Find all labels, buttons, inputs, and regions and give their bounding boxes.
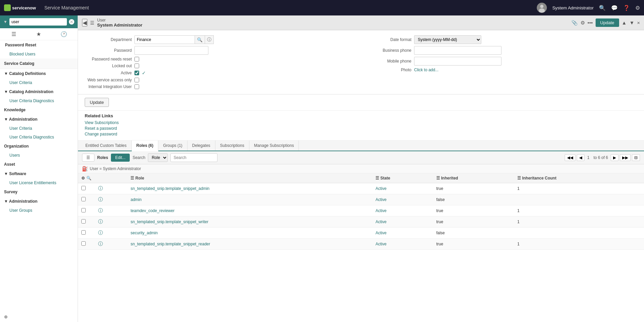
sidebar-tab-history[interactable]: 🕐: [53, 30, 75, 39]
form-settings-button[interactable]: ⚙: [580, 20, 585, 26]
edit-btn[interactable]: Edit...: [111, 154, 130, 162]
brand-logo[interactable]: servicenow: [4, 4, 41, 12]
tab-groups[interactable]: Groups (1): [158, 140, 187, 151]
sidebar-expand-administration-1[interactable]: ▼ Administration: [0, 115, 78, 124]
role-link-6[interactable]: sn_templated_snip.template_snippet_reade…: [130, 242, 210, 246]
sidebar-item-user-criteria-2[interactable]: User Criteria: [0, 124, 78, 133]
first-page-btn[interactable]: ◀◀: [565, 154, 575, 161]
table-search-col-btn[interactable]: 🔍: [86, 176, 91, 180]
web-service-checkbox[interactable]: [134, 78, 139, 82]
date-format-select[interactable]: System (yyyy-MM-dd): [414, 35, 481, 44]
sidebar-item-user-criteria-1[interactable]: User Criteria: [0, 78, 78, 87]
sidebar-search-input[interactable]: [9, 18, 67, 26]
sidebar-item-organization[interactable]: Organization: [0, 142, 78, 151]
password-needs-reset-checkbox[interactable]: [134, 57, 139, 62]
row-checkbox-5[interactable]: [81, 230, 86, 235]
row-checkbox-6[interactable]: [81, 241, 86, 246]
tab-entitled-custom-tables[interactable]: Entitled Custom Tables: [81, 140, 132, 151]
sidebar-item-asset[interactable]: Asset: [0, 160, 78, 169]
sidebar-item-password-reset[interactable]: Password Reset: [0, 40, 78, 50]
role-link-2[interactable]: admin: [130, 197, 142, 202]
sidebar-item-knowledge[interactable]: Knowledge: [0, 105, 78, 115]
more-options-button[interactable]: •••: [588, 20, 593, 26]
role-link-1[interactable]: sn_templated_snip.template_snippet_admin: [130, 186, 209, 191]
row-info-icon-3[interactable]: ⓘ: [98, 208, 103, 213]
sidebar-clear-btn[interactable]: ✕: [69, 19, 74, 25]
state-link-4[interactable]: Active: [375, 219, 387, 224]
row-info-icon-2[interactable]: ⓘ: [98, 197, 103, 202]
next-page-btn[interactable]: ▶: [611, 154, 618, 161]
role-link-4[interactable]: sn_templated_snip.template_snippet_write…: [130, 219, 208, 224]
row-checkbox-4[interactable]: [81, 219, 86, 224]
sidebar-expand-software[interactable]: ▼ Software: [0, 169, 78, 178]
sidebar-expand-catalog-definitions[interactable]: ▼ Catalog Definitions: [0, 69, 78, 78]
update-header-button[interactable]: Update: [596, 18, 619, 27]
last-page-btn[interactable]: ▶▶: [620, 154, 631, 161]
row-info-icon-1[interactable]: ⓘ: [98, 186, 103, 191]
sidebar-item-users[interactable]: Users: [0, 151, 78, 160]
sidebar-tab-favorites[interactable]: ★: [28, 30, 50, 39]
reset-password-link[interactable]: Reset a password: [85, 126, 637, 131]
state-link-3[interactable]: Active: [375, 208, 387, 213]
role-link-3[interactable]: teamdev_code_reviewer: [130, 208, 174, 213]
tab-delegates[interactable]: Delegates: [188, 140, 215, 151]
sidebar-expand-administration-2[interactable]: ▼ Administration: [0, 197, 78, 206]
settings-icon[interactable]: ⚙: [635, 5, 640, 11]
search-icon[interactable]: 🔍: [599, 5, 606, 11]
sidebar-item-blocked-users[interactable]: Blocked Users: [0, 50, 78, 58]
department-input[interactable]: [134, 35, 195, 44]
row-checkbox-2[interactable]: [81, 197, 86, 201]
photo-click-link[interactable]: Click to add...: [414, 68, 439, 72]
sidebar-item-survey[interactable]: Survey: [0, 187, 78, 197]
chat-icon[interactable]: 💬: [611, 5, 618, 11]
table-gear-btn[interactable]: ⚙: [81, 176, 85, 180]
sidebar-expand-catalog-admin[interactable]: ▼ Catalog Administration: [0, 87, 78, 96]
row-info-icon-5[interactable]: ⓘ: [98, 230, 103, 235]
sidebar-tab-list[interactable]: ☰: [3, 30, 25, 39]
col-inherited-icon: ☰: [436, 176, 440, 180]
locked-out-checkbox[interactable]: [134, 64, 139, 68]
close-panel-button[interactable]: ×: [637, 20, 640, 26]
sidebar-item-user-criteria-diagnostics-2[interactable]: User Criteria Diagnostics: [0, 133, 78, 142]
internal-integration-checkbox[interactable]: [134, 84, 139, 89]
active-checkbox[interactable]: [134, 71, 139, 75]
state-link-2[interactable]: Active: [375, 197, 387, 202]
row-info-icon-4[interactable]: ⓘ: [98, 219, 103, 224]
row-checkbox-3[interactable]: [81, 208, 86, 212]
count-1: 1: [514, 183, 644, 194]
state-link-1[interactable]: Active: [375, 186, 387, 191]
department-search-btn[interactable]: 🔍: [195, 35, 205, 44]
change-password-link[interactable]: Change password: [85, 132, 637, 136]
state-link-6[interactable]: Active: [375, 242, 387, 246]
view-subscriptions-link[interactable]: View Subscriptions: [85, 120, 637, 125]
row-checkbox-1[interactable]: [81, 186, 86, 190]
tab-roles[interactable]: Roles (6): [132, 140, 159, 151]
mobile-phone-input[interactable]: [414, 57, 501, 66]
update-form-button[interactable]: Update: [85, 98, 109, 107]
row-info-icon-6[interactable]: ⓘ: [98, 241, 103, 246]
sidebar-item-user-groups[interactable]: User Groups: [0, 206, 78, 215]
sidebar-add-btn[interactable]: ⊕: [0, 312, 78, 322]
table-search-input[interactable]: [170, 153, 217, 162]
tab-manage-subscriptions[interactable]: Manage Subscriptions: [249, 140, 299, 151]
search-field-select[interactable]: Role: [148, 153, 168, 162]
form-row-password-reset: Password needs reset: [85, 56, 358, 63]
role-link-5[interactable]: security_admin: [130, 231, 158, 235]
related-links-section: Related Links View Subscriptions Reset a…: [78, 111, 644, 140]
password-input[interactable]: [134, 46, 208, 55]
sidebar-item-user-license[interactable]: User License Entitlements: [0, 178, 78, 187]
sidebar: ▼ ✕ ☰ ★ 🕐 Password Reset Blocked Users S…: [0, 15, 78, 322]
prev-page-btn[interactable]: ◀: [577, 154, 585, 161]
tab-subscriptions[interactable]: Subscriptions: [215, 140, 249, 151]
nav-down-button[interactable]: ▼: [629, 20, 634, 26]
grid-view-btn[interactable]: ⊟: [632, 154, 640, 161]
help-icon[interactable]: ❓: [623, 5, 630, 11]
nav-up-button[interactable]: ▲: [622, 20, 627, 26]
state-link-5[interactable]: Active: [375, 231, 387, 235]
back-button[interactable]: ◀: [82, 19, 87, 27]
table-menu-btn[interactable]: ☰: [82, 154, 94, 162]
business-phone-input[interactable]: [414, 46, 501, 55]
attach-button[interactable]: 📎: [571, 20, 578, 26]
sidebar-item-user-criteria-diagnostics-1[interactable]: User Criteria Diagnostics: [0, 96, 78, 105]
department-info-btn[interactable]: ⓘ: [205, 35, 214, 44]
